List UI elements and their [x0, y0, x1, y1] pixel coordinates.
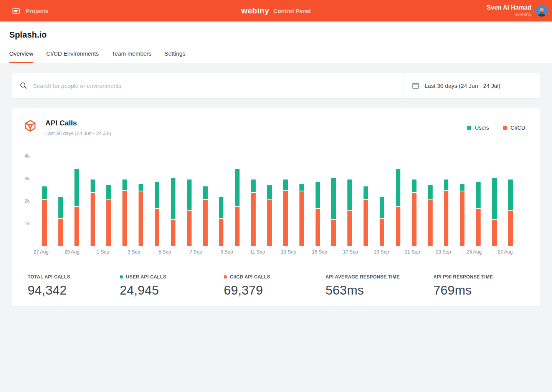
bar-segment-cicd	[299, 191, 304, 246]
bar-segment-users	[331, 178, 336, 219]
user-text: Sven Al Hamad Webiny	[487, 4, 531, 17]
date-picker[interactable]: Last 30 days (24 Jun - 24 Jul)	[403, 73, 540, 98]
chart-bar	[155, 182, 159, 246]
bar-segment-cicd	[476, 209, 481, 246]
toolbar: Last 30 days (24 Jun - 24 Jul)	[12, 73, 540, 98]
tab-settings[interactable]: Settings	[165, 50, 185, 63]
bar-segment-users	[91, 180, 95, 192]
bar-segment-cicd	[267, 200, 272, 246]
projects-nav[interactable]: Projects	[0, 6, 48, 15]
chart-bar	[476, 182, 481, 246]
bar-segment-cicd	[364, 200, 368, 246]
x-axis-label: 1 Sep	[97, 249, 109, 255]
card-subtitle: Last 30 days (24 Jun - 24 Jul)	[45, 130, 111, 136]
bar-segment-users	[106, 185, 111, 199]
stat-label: TOTAL API CALLS	[28, 274, 120, 280]
projects-label: Projects	[26, 8, 48, 14]
card-head: API Calls Last 30 days (24 Jun - 24 Jul)	[24, 119, 111, 136]
bar-segment-cicd	[155, 209, 159, 246]
stat-value: 563ms	[326, 283, 433, 298]
chart-bar	[347, 180, 352, 246]
bar-segment-users	[508, 180, 513, 210]
app-header: Projects webiny Control Panel Sven Al Ha…	[0, 0, 552, 21]
legend-item-users[interactable]: Users	[467, 125, 489, 131]
tab-ci-cd-environments[interactable]: CI/CD Environments	[46, 50, 99, 63]
bar-segment-cicd	[283, 191, 288, 246]
avatar[interactable]	[536, 5, 547, 16]
tab-team-members[interactable]: Team members	[112, 50, 151, 63]
x-axis-label: 19 Sep	[374, 249, 389, 255]
x-axis-label: 17 Sep	[343, 249, 358, 255]
x-axis-label: 3 Sep	[127, 249, 140, 255]
bar-segment-cicd	[444, 191, 448, 246]
chart-bar	[508, 180, 513, 246]
chart-bar	[331, 178, 336, 246]
x-axis-label: 21 Sep	[405, 249, 420, 255]
x-axis-label: 29 Aug	[64, 249, 79, 255]
legend-swatch	[467, 126, 471, 130]
bar-segment-users	[171, 178, 175, 219]
stat-label-text: USER API CALLS	[126, 274, 166, 280]
chart-bar	[74, 169, 79, 246]
app-window: Projects webiny Control Panel Sven Al Ha…	[0, 0, 552, 392]
bar-segment-users	[444, 180, 448, 190]
folder-icon	[12, 6, 21, 15]
chart-bar	[106, 185, 111, 246]
tab-overview[interactable]: Overview	[9, 50, 33, 63]
bar-segment-users	[74, 169, 79, 206]
stat-label-text: API P90 RESPONSE TIME	[433, 274, 493, 280]
chart-bar	[299, 184, 304, 246]
bar-segment-cicd	[380, 219, 384, 246]
x-axis-label: 27 Aug	[34, 249, 49, 255]
bar-segment-cicd	[139, 191, 143, 246]
user-menu[interactable]: Sven Al Hamad Webiny	[487, 4, 547, 17]
x-axis-label: 9 Sep	[220, 249, 233, 255]
bar-segment-cicd	[316, 209, 320, 246]
bar-segment-cicd	[508, 211, 513, 246]
app-name: Control Panel	[273, 8, 311, 14]
bar-segment-cicd	[187, 211, 192, 246]
bar-segment-cicd	[171, 220, 175, 246]
y-axis-label: 3k	[25, 176, 30, 181]
bar-segment-cicd	[331, 220, 336, 246]
package-icon	[24, 119, 37, 132]
legend-item-ci-cd[interactable]: CI/CD	[503, 125, 525, 131]
legend-label: Users	[475, 125, 489, 131]
search-input[interactable]	[32, 82, 403, 89]
bar-segment-cicd	[42, 200, 47, 246]
search-icon	[20, 82, 27, 89]
tabs: OverviewCI/CD EnvironmentsTeam membersSe…	[9, 50, 543, 63]
y-axis-label: 1k	[25, 221, 30, 226]
bar-segment-users	[139, 184, 143, 191]
stat-label: API P90 RESPONSE TIME	[433, 274, 540, 280]
stat-label: USER API CALLS	[120, 274, 224, 280]
page-head: Splash.io OverviewCI/CD EnvironmentsTeam…	[0, 21, 552, 63]
stat-label: API AVERAGE RESPONSE TIME	[326, 274, 433, 280]
card-title-block: API Calls Last 30 days (24 Jun - 24 Jul)	[45, 119, 111, 136]
stat-block-user-api-calls: USER API CALLS24,945	[120, 274, 224, 298]
bar-segment-users	[299, 184, 304, 191]
bar-segment-users	[187, 180, 192, 210]
bar-segment-users	[412, 180, 416, 192]
bar-chart	[42, 156, 513, 246]
bar-segment-cicd	[58, 219, 63, 246]
page-content: Last 30 days (24 Jun - 24 Jul) API Calls…	[0, 63, 552, 306]
bar-segment-cicd	[347, 211, 352, 246]
stat-block-api-average-response-time: API AVERAGE RESPONSE TIME563ms	[326, 274, 433, 298]
x-axis-label: 25 Aug	[467, 249, 482, 255]
calendar-icon	[412, 82, 420, 90]
chart-bar	[203, 186, 208, 246]
bar-segment-users	[492, 178, 497, 219]
bar-segment-users	[476, 182, 481, 208]
stat-label-text: API AVERAGE RESPONSE TIME	[326, 274, 400, 280]
bar-segment-users	[347, 180, 352, 210]
chart-bar	[364, 186, 368, 246]
chart-bar	[460, 184, 464, 246]
stat-block-total-api-calls: TOTAL API CALLS94,342	[28, 274, 120, 298]
bar-segment-users	[122, 180, 127, 190]
search-bar	[12, 73, 403, 98]
y-axis-label: 2k	[25, 198, 30, 204]
bar-segment-cicd	[492, 220, 497, 246]
chart-bar	[139, 184, 143, 246]
chart-bar	[42, 186, 47, 246]
